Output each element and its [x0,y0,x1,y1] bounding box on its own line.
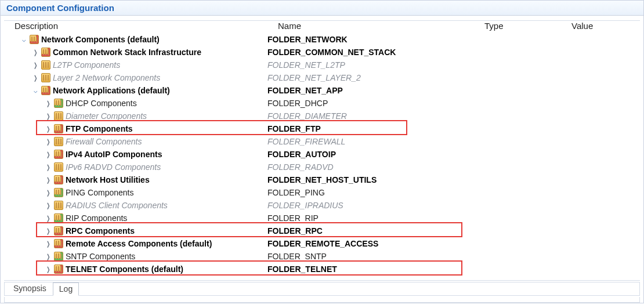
description-text: SNTP Components [66,250,135,263]
indent [4,78,31,78]
tree-row-ping[interactable]: PING ComponentsFOLDER_PING [4,186,640,199]
header-description[interactable]: Description [15,21,278,31]
chevron-right-icon[interactable] [45,176,52,183]
name-text: FOLDER_NET_APP [267,84,474,97]
bottom-tabs: Synopsis Log [4,282,640,296]
description-text: PING Components [66,186,134,199]
chevron-right-icon[interactable] [45,253,52,260]
indent [4,90,31,91]
cell-description: PING Components [4,186,267,199]
description-text: Firewall Components [66,135,142,148]
description-text: IPv6 RADVD Components [66,161,161,173]
tree-row-layer2[interactable]: Layer 2 Network ComponentsFOLDER_NET_LAY… [4,71,640,84]
chevron-right-icon[interactable] [32,61,39,68]
folder-icon [54,264,63,274]
chevron-right-icon[interactable] [45,113,52,119]
indent [4,129,44,129]
panel-title: Component Configuration [1,1,643,16]
indent [4,65,31,66]
chevron-right-icon[interactable] [45,215,52,222]
indent [4,167,44,168]
description-text: Diameter Components [66,110,147,122]
tree-row-rpc[interactable]: RPC ComponentsFOLDER_RPC [4,224,640,237]
chevron-right-icon[interactable] [45,189,52,196]
chevron-right-icon[interactable] [45,125,52,132]
chevron-right-icon[interactable] [45,151,52,158]
chevron-right-icon[interactable] [45,164,52,171]
name-text: FOLDER_FTP [267,122,474,135]
indent [4,218,44,219]
chevron-down-icon[interactable] [32,87,39,94]
tree-row-l2tp[interactable]: L2TP ComponentsFOLDER_NET_L2TP [4,59,640,71]
tree-row-sntp[interactable]: SNTP ComponentsFOLDER_SNTP [4,250,640,263]
cell-description: DHCP Components [4,97,267,110]
chevron-down-icon[interactable] [20,36,27,43]
tab-synopsis[interactable]: Synopsis [7,282,53,295]
description-text: FTP Components [66,122,133,135]
chevron-right-icon[interactable] [45,266,52,273]
folder-icon [54,137,63,146]
name-text: FOLDER_NETWORK [267,33,474,46]
chevron-right-icon[interactable] [32,74,39,81]
tree-panel: Description Name Type Value Network Comp… [1,16,643,281]
indent [4,103,44,104]
tree-row-remote[interactable]: Remote Access Components (default)FOLDER… [4,237,640,250]
cell-description: L2TP Components [4,59,267,71]
name-text: FOLDER_COMMON_NET_STACK [267,46,474,59]
tree-row-firewall[interactable]: Firewall ComponentsFOLDER_FIREWALL [4,135,640,148]
cell-description: RPC Components [4,224,267,237]
cell-description: IPv6 RADVD Components [4,161,267,173]
tree-row-diameter[interactable]: Diameter ComponentsFOLDER_DIAMETER [4,110,640,122]
folder-icon [41,48,50,57]
tree-box: Description Name Type Value Network Comp… [4,20,640,281]
chevron-right-icon[interactable] [32,49,39,56]
description-text: Layer 2 Network Components [53,71,160,84]
cell-description: Network Host Utilities [4,173,267,186]
tree-row-apps[interactable]: Network Applications (default)FOLDER_NET… [4,84,640,97]
name-text: FOLDER_NET_HOST_UTILS [267,173,474,186]
cell-description: Layer 2 Network Components [4,71,267,84]
folder-icon [54,111,63,121]
cell-description: RIP Components [4,212,267,224]
cell-description: RADIUS Client Components [4,199,267,212]
tree-row-rip[interactable]: RIP ComponentsFOLDER_RIP [4,212,640,224]
tab-log[interactable]: Log [53,282,79,296]
tree-row-autoip[interactable]: IPv4 AutoIP ComponentsFOLDER_AUTOIP [4,148,640,161]
folder-icon [41,86,50,95]
chevron-right-icon[interactable] [45,227,52,234]
chevron-right-icon[interactable] [45,202,52,209]
header-name[interactable]: Name [278,21,484,31]
description-text: RADIUS Client Components [66,199,168,212]
name-text: FOLDER_TELNET [267,263,474,276]
name-text: FOLDER_PING [267,186,474,199]
chevron-right-icon[interactable] [45,138,52,145]
indent [4,269,44,270]
header-value[interactable]: Value [571,21,640,31]
folder-icon [54,99,63,108]
folder-icon [41,60,50,70]
tree-row-common[interactable]: Common Network Stack InfrastructureFOLDE… [4,46,640,59]
name-text: FOLDER_DHCP [267,97,474,110]
folder-icon [41,73,50,82]
name-text: FOLDER_FIREWALL [267,135,474,148]
tree-row-dhcp[interactable]: DHCP ComponentsFOLDER_DHCP [4,97,640,110]
name-text: FOLDER_NET_LAYER_2 [267,71,474,84]
tree-row-hostutils[interactable]: Network Host UtilitiesFOLDER_NET_HOST_UT… [4,173,640,186]
tree-row-net[interactable]: Network Components (default)FOLDER_NETWO… [4,33,640,46]
header-type[interactable]: Type [484,21,571,31]
cell-description: TELNET Components (default) [4,263,267,276]
folder-icon [54,162,63,172]
name-text: FOLDER_RIP [267,212,474,224]
tree-row-radius[interactable]: RADIUS Client ComponentsFOLDER_IPRADIUS [4,199,640,212]
chevron-right-icon[interactable] [45,240,52,247]
folder-icon [54,124,63,133]
tree-row-ftp[interactable]: FTP ComponentsFOLDER_FTP [4,122,640,135]
chevron-right-icon[interactable] [45,100,52,107]
tree-row-telnet[interactable]: TELNET Components (default)FOLDER_TELNET [4,263,640,276]
indent [4,154,44,155]
tree-row-radvd[interactable]: IPv6 RADVD ComponentsFOLDER_RADVD [4,161,640,173]
description-text: DHCP Components [66,97,137,110]
folder-icon [54,175,63,184]
column-headers: Description Name Type Value [4,21,640,32]
cell-description: Network Components (default) [4,33,267,46]
